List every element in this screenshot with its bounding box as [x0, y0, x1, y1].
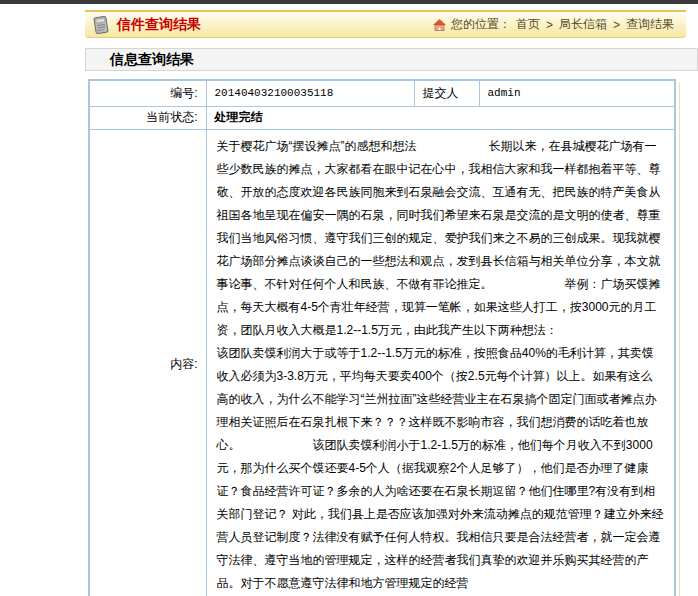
- breadcrumb-link-query-result[interactable]: 查询结果: [626, 16, 674, 33]
- browser-top-strip: [0, 0, 698, 4]
- breadcrumb-separator: >: [546, 18, 553, 32]
- page-title: 信件查询结果: [117, 16, 201, 34]
- status-value: 处理完结: [206, 106, 675, 129]
- content-value: 关于樱花广场“摆设摊点”的感想和想法 长期以来，在县城樱花广场有一些少数民族的摊…: [206, 129, 675, 596]
- table-row-status: 当前状态: 处理完结: [89, 106, 675, 129]
- number-value: 201404032100035118: [206, 80, 414, 106]
- table-row-content: 内容: 关于樱花广场“摆设摊点”的感想和想法 长期以来，在县城樱花广场有一些少数…: [89, 129, 675, 596]
- submitter-label: 提交人: [414, 80, 479, 106]
- content-label: 内容:: [89, 129, 206, 596]
- breadcrumb: 您的位置： 首页 > 局长信箱 > 查询结果: [433, 16, 674, 33]
- title-left: 信件查询结果: [91, 14, 201, 36]
- breadcrumb-prefix: 您的位置：: [451, 16, 511, 33]
- status-label: 当前状态:: [89, 106, 206, 129]
- number-label: 编号:: [89, 80, 206, 106]
- page-container: 信件查询结果 您的位置： 首页 > 局长信箱 > 查询结果 信息查询结果: [85, 10, 698, 596]
- breadcrumb-link-mailbox[interactable]: 局长信箱: [559, 16, 607, 33]
- section-title: 信息查询结果: [85, 48, 698, 71]
- breadcrumb-separator: >: [613, 18, 620, 32]
- content-right-divider: [679, 82, 680, 596]
- home-icon: [433, 19, 446, 31]
- title-bar: 信件查询结果 您的位置： 首页 > 局长信箱 > 查询结果: [85, 10, 686, 38]
- breadcrumb-link-home[interactable]: 首页: [516, 16, 540, 33]
- table-row-number: 编号: 201404032100035118 提交人 admin: [89, 80, 675, 106]
- mail-icon: [91, 14, 111, 36]
- submitter-value: admin: [479, 80, 675, 106]
- result-table: 编号: 201404032100035118 提交人 admin 当前状态: 处…: [88, 79, 676, 596]
